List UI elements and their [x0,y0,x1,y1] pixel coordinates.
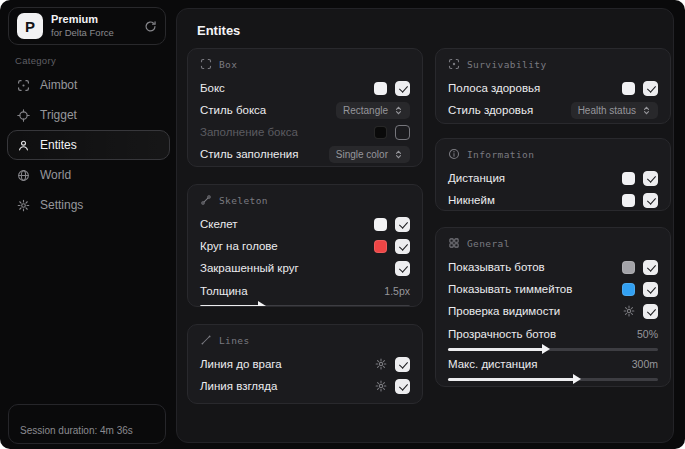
max-distance-slider[interactable] [448,378,658,381]
row-box-fill-style: Стиль заполнения Single color [200,143,410,165]
bots-color-swatch[interactable] [622,261,635,274]
filled-circle-checkbox[interactable] [395,261,410,276]
trigger-icon [17,109,30,122]
panel-general: General Показывать ботов Показывать тимм… [435,227,671,387]
aimbot-icon [17,79,30,92]
row-box-toggle: Бокс [200,77,410,99]
bone-icon [200,194,212,206]
enemy-line-checkbox[interactable] [395,357,410,372]
panel-survivability-header: Survivability [448,58,658,70]
nickname-checkbox[interactable] [643,193,658,208]
row-nickname: Никнейм [448,189,658,211]
panel-general-header: General [448,237,658,249]
bots-opacity-value: 50% [637,328,658,340]
health-style-dropdown[interactable]: Health status [571,102,658,119]
row-max-distance: Макс. дистанция 300m [448,355,658,373]
chevron-updown-icon [394,106,403,115]
brand-card: P Premium for Delta Force [8,7,166,45]
box-fill-style-dropdown[interactable]: Single color [329,146,410,163]
view-line-checkbox[interactable] [395,379,410,394]
thickness-slider[interactable] [200,305,410,307]
gear-icon[interactable] [375,380,387,392]
panel-lines-header: Lines [200,334,410,346]
row-box-fill: Заполнение бокса [200,121,410,143]
session-duration: Session duration: 4m 36s [8,404,166,444]
main-panel: Entites Box Бокс [176,8,674,443]
panel-information: Information Дистанция Никнейм [435,138,671,211]
brand-logo: P [17,13,43,39]
box-checkbox[interactable] [395,81,410,96]
sidebar-item-world[interactable]: World [7,160,170,190]
chevron-updown-icon [642,106,651,115]
slider-thumb[interactable] [542,344,550,354]
head-circle-checkbox[interactable] [395,239,410,254]
row-thickness: Толщина 1.5px [200,282,410,300]
entities-icon [17,139,30,152]
row-visibility-check: Проверка видимости [448,300,658,322]
nickname-color-swatch[interactable] [622,194,635,207]
box-style-dropdown[interactable]: Rectangle [336,102,410,119]
sidebar-nav: Aimbot Trigget Entites [7,70,170,220]
box-color-swatch[interactable] [374,82,387,95]
gear-icon[interactable] [623,305,635,317]
max-distance-value: 300m [632,358,658,370]
sidebar-item-label: Trigget [40,108,77,122]
row-skeleton-toggle: Скелет [200,213,410,235]
sidebar-item-label: Entites [40,138,77,152]
row-health-style: Стиль здоровья Health status [448,99,658,121]
app-window: P Premium for Delta Force Category Aimbo… [0,0,685,449]
row-view-line: Линия взгляда [200,375,410,397]
page-title: Entites [197,23,240,38]
distance-checkbox[interactable] [643,171,658,186]
sidebar: P Premium for Delta Force Category Aimbo… [0,0,176,449]
brand-subtitle: for Delta Force [51,27,136,39]
show-bots-checkbox[interactable] [643,260,658,275]
slider-thumb[interactable] [573,374,581,384]
slider-thumb[interactable] [258,301,266,307]
sidebar-item-label: World [40,168,71,182]
panel-information-header: Information [448,148,658,160]
sidebar-item-label: Aimbot [40,78,77,92]
row-distance: Дистанция [448,167,658,189]
row-bots-opacity: Прозрачность ботов 50% [448,325,658,343]
sidebar-item-entites[interactable]: Entites [7,130,170,160]
teammates-color-swatch[interactable] [622,283,635,296]
grid-icon [448,237,460,249]
panel-lines: Lines Линия до врага Линия взгляда [187,324,423,404]
distance-color-swatch[interactable] [622,172,635,185]
info-icon [448,148,460,160]
row-show-bots: Показывать ботов [448,256,658,278]
row-health-bar: Полоса здоровья [448,77,658,99]
sidebar-item-trigget[interactable]: Trigget [7,100,170,130]
row-filled-circle: Закрашенный круг [200,257,410,279]
chevron-updown-icon [394,150,403,159]
panel-survivability: Survivability Полоса здоровья Стиль здор… [435,48,671,124]
box-fill-checkbox[interactable] [395,125,410,140]
panel-skeleton: Skeleton Скелет Круг на голове [187,184,423,307]
thickness-value: 1.5px [384,285,410,297]
sidebar-item-settings[interactable]: Settings [7,190,170,220]
category-label: Category [15,55,56,66]
refresh-icon[interactable] [144,20,157,33]
box-fill-color-swatch[interactable] [374,126,387,139]
row-head-circle: Круг на голове [200,235,410,257]
sidebar-item-label: Settings [40,198,83,212]
panel-box: Box Бокс Стиль бокса Rectangle [187,48,423,167]
gear-icon[interactable] [375,358,387,370]
row-enemy-line: Линия до врага [200,353,410,375]
panel-skeleton-header: Skeleton [200,194,410,206]
show-teammates-checkbox[interactable] [643,282,658,297]
head-circle-color-swatch[interactable] [374,240,387,253]
row-show-teammates: Показывать тиммейтов [448,278,658,300]
health-bar-color-swatch[interactable] [622,82,635,95]
panel-box-header: Box [200,58,410,70]
sidebar-item-aimbot[interactable]: Aimbot [7,70,170,100]
settings-icon [17,199,30,212]
skeleton-color-swatch[interactable] [374,218,387,231]
visibility-check-checkbox[interactable] [643,304,658,319]
health-bar-checkbox[interactable] [643,81,658,96]
bots-opacity-slider[interactable] [448,348,658,351]
line-icon [200,334,212,346]
skeleton-checkbox[interactable] [395,217,410,232]
row-box-style: Стиль бокса Rectangle [200,99,410,121]
